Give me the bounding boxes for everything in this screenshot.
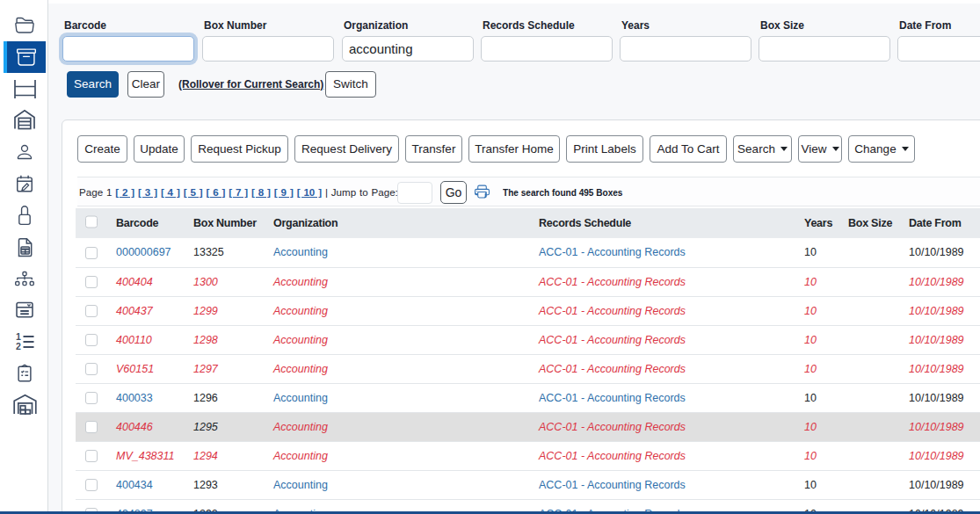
svg-text:2: 2 bbox=[16, 341, 21, 351]
svg-text:1: 1 bbox=[16, 331, 21, 342]
